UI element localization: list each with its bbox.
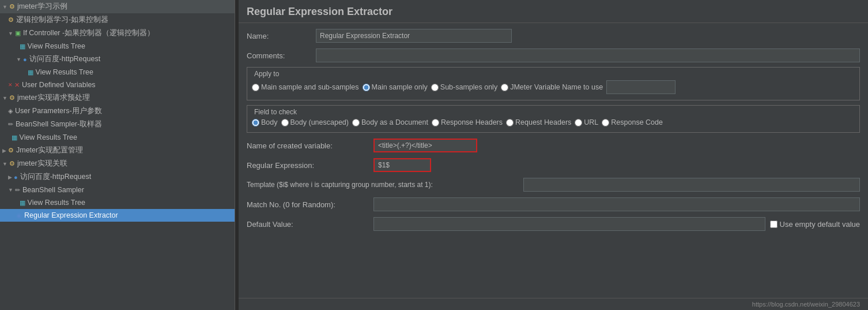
radio-response-headers[interactable]: Response Headers [432, 118, 503, 126]
radio-body-doc-label: Body as a Document [361, 118, 428, 126]
use-empty-default-checkbox[interactable] [770, 221, 778, 228]
right-panel: Regular Expression Extractor Name: Comme… [239, 0, 868, 310]
radio-body-unescaped[interactable]: Body (unescaped) [281, 118, 349, 126]
radio-body-doc[interactable]: Body as a Document [352, 118, 428, 126]
tree-item-jmeter-preprocess[interactable]: ▼⚙jmeter实现请求预处理 [0, 91, 235, 104]
tree-item-baidu-http-1[interactable]: ▼●访问百度-httpRequest [0, 53, 235, 66]
radio-main-only[interactable]: Main sample only [363, 83, 428, 91]
bottom-url: https://blog.csdn.net/weixin_29804623 [239, 298, 868, 310]
tree-label: jmeter实现关联 [17, 159, 67, 169]
tree-item-user-defined-vars[interactable]: ✕✕User Defined Variables [0, 79, 235, 91]
tree-label: User Defined Variables [22, 81, 96, 89]
variable-name-row: Name of created variable: [247, 137, 860, 154]
tree-item-jmeter-config[interactable]: ▶⚙Jmeter实现配置管理 [0, 144, 235, 157]
radio-sub-only-label: Sub-samples only [440, 83, 497, 91]
radio-url-label: URL [584, 118, 598, 126]
radio-jmeter-var-input[interactable] [501, 84, 508, 91]
template-row: Template ($i$ where i is capturing group… [247, 177, 860, 193]
regex-label: Regular Expression: [247, 161, 373, 170]
radio-body[interactable]: Body [252, 118, 278, 126]
tree-item-view-results-4[interactable]: ▦View Results Tree [0, 196, 235, 209]
radio-request-headers[interactable]: Request Headers [506, 118, 571, 126]
apply-to-legend: Apply to [252, 70, 855, 78]
radio-body-unescaped-label: Body (unescaped) [290, 118, 349, 126]
tree-label: View Results Tree [28, 42, 86, 50]
tree-item-baidu-http-2[interactable]: ▶●访问百度-httpRequest [0, 170, 235, 184]
tree-label: View Results Tree [36, 68, 94, 76]
tree-label: BeanShell Sampler [22, 186, 84, 194]
template-input[interactable] [523, 178, 860, 192]
use-empty-default-label: Use empty default value [780, 220, 860, 229]
variable-name-label: Name of created variable: [247, 141, 373, 150]
comments-label: Comments: [247, 51, 316, 60]
match-no-label: Match No. (0 for Random): [247, 200, 373, 209]
variable-name-input[interactable] [373, 139, 477, 152]
radio-response-code-input[interactable] [602, 119, 609, 126]
name-input[interactable] [316, 29, 512, 43]
name-label: Name: [247, 32, 316, 40]
field-to-check-legend: Field to check [252, 108, 855, 116]
radio-response-headers-input[interactable] [432, 119, 439, 126]
comments-input[interactable] [316, 48, 860, 62]
tree-label: If Controller -如果控制器（逻辑控制器） [23, 28, 154, 38]
comments-row: Comments: [247, 47, 860, 64]
jmeter-var-input[interactable] [606, 80, 675, 94]
radio-sub-only[interactable]: Sub-samples only [431, 83, 497, 91]
tree-item-if-controller[interactable]: ▼▣If Controller -如果控制器（逻辑控制器） [0, 27, 235, 40]
use-empty-default-row: Use empty default value [770, 220, 860, 229]
name-row: Name: [247, 28, 860, 44]
tree-label: User Parameters-用户参数 [15, 106, 102, 116]
tree-label: Regular Expression Extractor [24, 211, 118, 219]
match-no-input[interactable] [373, 197, 860, 211]
radio-response-headers-label: Response Headers [441, 118, 503, 126]
tree-label: 逻辑控制器学习-如果控制器 [16, 15, 108, 25]
radio-body-input[interactable] [252, 119, 259, 126]
template-label: Template ($i$ where i is capturing group… [247, 181, 523, 189]
default-value-input[interactable] [373, 217, 765, 231]
default-value-row: Default Value: Use empty default value [247, 216, 860, 232]
regex-row: Regular Expression: [247, 157, 860, 173]
radio-response-code-label: Response Code [611, 118, 663, 126]
apply-to-group: Apply to Main sample and sub-samples Mai… [247, 67, 860, 100]
tree-item-view-results-1[interactable]: ▦View Results Tree [0, 40, 235, 53]
radio-url[interactable]: URL [575, 118, 598, 126]
radio-main-sub-label: Main sample and sub-samples [261, 83, 359, 91]
tree-label: 访问百度-httpRequest [29, 54, 101, 64]
radio-main-only-label: Main sample only [372, 83, 428, 91]
tree-label: View Results Tree [20, 133, 78, 141]
tree-label: jmeter实现请求预处理 [17, 93, 90, 103]
panel-title: Regular Expression Extractor [239, 0, 868, 23]
field-to-check-group: Field to check Body Body (unescaped) Bod… [247, 105, 860, 133]
radio-main-sub[interactable]: Main sample and sub-samples [252, 83, 359, 91]
tree-item-user-params[interactable]: ◈User Parameters-用户参数 [0, 104, 235, 118]
tree-item-view-results-2[interactable]: ▦View Results Tree [0, 66, 235, 79]
tree-item-beanshell-sampler-1[interactable]: ✏BeanShell Sampler-取样器 [0, 118, 235, 131]
radio-response-code[interactable]: Response Code [602, 118, 663, 126]
tree-item-view-results-3[interactable]: ▦View Results Tree [0, 131, 235, 144]
apply-to-options: Main sample and sub-samples Main sample … [252, 78, 855, 96]
radio-body-unescaped-input[interactable] [281, 119, 289, 126]
tree-item-jmeter-root[interactable]: ▼⚙jmeter学习示例 [0, 0, 235, 13]
radio-jmeter-var[interactable]: JMeter Variable Name to use [501, 83, 603, 91]
radio-main-only-input[interactable] [363, 84, 370, 91]
tree-item-logic-controller[interactable]: ⚙逻辑控制器学习-如果控制器 [0, 13, 235, 27]
default-value-label: Default Value: [247, 220, 373, 229]
field-options: Body Body (unescaped) Body as a Document… [252, 116, 855, 129]
tree-item-regex-extractor[interactable]: ◉Regular Expression Extractor [0, 209, 235, 222]
regex-input[interactable] [373, 158, 431, 172]
tree-label: jmeter学习示例 [17, 2, 67, 12]
tree-item-jmeter-assoc[interactable]: ▼⚙jmeter实现关联 [0, 157, 235, 170]
radio-url-input[interactable] [575, 119, 582, 126]
form-area: Name: Comments: Apply to Main sample and… [239, 23, 868, 298]
match-no-row: Match No. (0 for Random): [247, 196, 860, 212]
tree-item-beanshell-sampler-2[interactable]: ▼✏BeanShell Sampler [0, 184, 235, 196]
radio-main-sub-input[interactable] [252, 84, 259, 91]
radio-body-doc-input[interactable] [352, 119, 360, 126]
radio-jmeter-var-label: JMeter Variable Name to use [510, 83, 603, 91]
radio-body-label: Body [261, 118, 278, 126]
tree-label: Jmeter实现配置管理 [16, 145, 83, 155]
radio-request-headers-label: Request Headers [515, 118, 571, 126]
radio-request-headers-input[interactable] [506, 119, 514, 126]
radio-sub-only-input[interactable] [431, 84, 439, 91]
tree-label: 访问百度-httpRequest [20, 172, 92, 182]
